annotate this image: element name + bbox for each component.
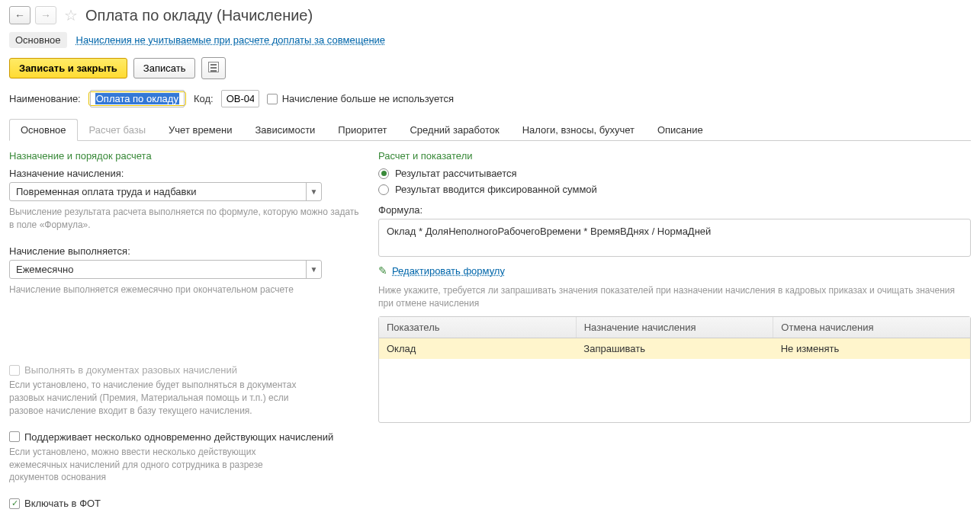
tab-time[interactable]: Учет времени — [157, 119, 243, 141]
indicators-table: Показатель Назначение начисления Отмена … — [378, 316, 971, 423]
purpose-label: Назначение начисления: — [9, 168, 360, 179]
onetime-label: Выполнять в документах разовых начислени… — [24, 364, 237, 376]
onetime-hint: Если установлено, то начисление будет вы… — [9, 379, 299, 417]
tab-base[interactable]: Расчет базы — [78, 119, 158, 141]
unused-label: Начисление больше не используется — [282, 93, 454, 104]
table-row[interactable]: Оклад Запрашивать Не изменять — [379, 338, 970, 359]
top-link-unaccounted[interactable]: Начисления не учитываемые при расчете до… — [76, 34, 386, 46]
fot-checkbox[interactable]: ✓ — [9, 498, 20, 509]
code-label: Код: — [194, 93, 214, 104]
right-section-title: Расчет и показатели — [378, 150, 971, 162]
purpose-dropdown[interactable]: Повременная оплата труда и надбавки ▼ — [9, 182, 322, 201]
chevron-down-icon[interactable]: ▼ — [306, 183, 321, 200]
tab-main[interactable]: Основное — [9, 119, 78, 141]
edit-formula-link[interactable]: Редактировать формулу — [392, 265, 505, 277]
list-icon — [208, 62, 219, 72]
purpose-hint: Вычисление результата расчета выполняетс… — [9, 206, 360, 232]
col-indicator[interactable]: Показатель — [379, 317, 577, 338]
table-hint: Ниже укажите, требуется ли запрашивать з… — [378, 284, 971, 310]
tab-avg[interactable]: Средний заработок — [398, 119, 510, 141]
tab-deps[interactable]: Зависимости — [243, 119, 326, 141]
favorite-star-icon[interactable]: ☆ — [64, 6, 78, 24]
left-section-title: Назначение и порядок расчета — [9, 150, 360, 162]
radio-fixed-label: Результат вводится фиксированной суммой — [395, 184, 597, 195]
col-assign[interactable]: Назначение начисления — [577, 317, 774, 338]
multi-label: Поддерживает несколько одновременно дейс… — [24, 431, 333, 443]
unused-checkbox[interactable] — [267, 94, 278, 104]
content-tabs: Основное Расчет базы Учет времени Зависи… — [9, 118, 971, 141]
formula-label: Формула: — [378, 204, 971, 216]
report-button[interactable] — [201, 57, 226, 79]
code-input[interactable] — [221, 90, 259, 107]
exec-value: Ежемесячно — [10, 261, 306, 278]
radio-fixed[interactable] — [378, 184, 389, 195]
cell-assign: Запрашивать — [576, 338, 773, 359]
back-button[interactable]: ← — [9, 6, 31, 24]
fot-label: Включать в ФОТ — [24, 498, 101, 509]
chevron-down-icon[interactable]: ▼ — [306, 261, 321, 278]
radio-calculated[interactable] — [378, 168, 389, 179]
pencil-icon: ✎ — [378, 264, 387, 277]
onetime-checkbox — [9, 365, 20, 376]
multi-checkbox[interactable] — [9, 431, 20, 442]
formula-box[interactable]: Оклад * ДоляНеполногоРабочегоВремени * В… — [378, 219, 971, 257]
cell-cancel: Не изменять — [773, 338, 970, 359]
save-and-close-button[interactable]: Записать и закрыть — [9, 58, 127, 78]
exec-dropdown[interactable]: Ежемесячно ▼ — [9, 260, 322, 279]
tab-desc[interactable]: Описание — [646, 119, 715, 141]
page-title: Оплата по окладу (Начисление) — [85, 7, 313, 24]
tab-tax[interactable]: Налоги, взносы, бухучет — [511, 119, 646, 141]
name-input[interactable]: Оплата по окладу — [90, 90, 185, 107]
name-label: Наименование: — [9, 93, 81, 104]
tab-priority[interactable]: Приоритет — [326, 119, 398, 141]
cell-indicator: Оклад — [379, 338, 576, 359]
top-tab-main[interactable]: Основное — [9, 32, 67, 48]
forward-button[interactable]: → — [35, 6, 56, 24]
col-cancel[interactable]: Отмена начисления — [773, 317, 970, 338]
purpose-value: Повременная оплата труда и надбавки — [10, 183, 306, 200]
save-button[interactable]: Записать — [133, 58, 196, 78]
multi-hint: Если установлено, можно ввести несколько… — [9, 446, 299, 484]
exec-label: Начисление выполняется: — [9, 245, 360, 257]
exec-hint: Начисление выполняется ежемесячно при ок… — [9, 283, 360, 296]
radio-calculated-label: Результат рассчитывается — [395, 168, 517, 179]
